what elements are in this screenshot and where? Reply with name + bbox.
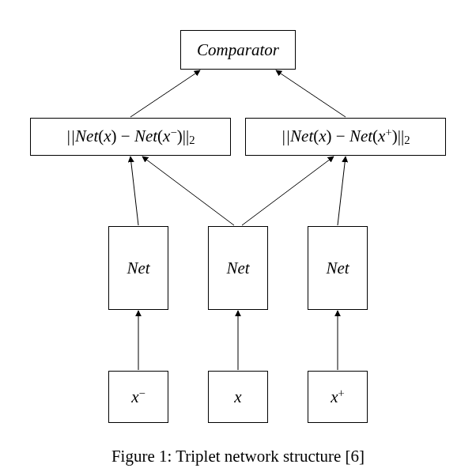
svg-line-4	[242, 157, 334, 225]
input-mid-box: x	[208, 371, 268, 423]
input-mid-label: x	[234, 387, 241, 407]
input-left-label: x−	[131, 387, 145, 407]
net-mid-label: Net	[226, 259, 249, 278]
distance-negative-box: ||Net(x) − Net(x−)||2	[30, 118, 231, 156]
comparator-box: Comparator	[180, 30, 296, 70]
svg-line-2	[130, 157, 138, 225]
net-mid-box: Net	[208, 226, 268, 310]
figure-caption: Figure 1: Triplet network structure [6]	[0, 447, 476, 466]
input-right-label: x+	[331, 387, 345, 407]
distance-positive-box: ||Net(x) − Net(x+)||2	[245, 118, 446, 156]
input-right-box: x+	[308, 371, 368, 423]
svg-line-5	[338, 157, 346, 225]
net-right-box: Net	[308, 226, 368, 310]
distance-negative-label: ||Net(x) − Net(x−)||2	[66, 126, 195, 147]
net-right-label: Net	[326, 259, 349, 278]
net-left-box: Net	[108, 226, 168, 310]
net-left-label: Net	[127, 259, 149, 278]
svg-line-3	[142, 157, 234, 225]
comparator-label: Comparator	[197, 40, 279, 60]
distance-positive-label: ||Net(x) − Net(x+)||2	[281, 126, 410, 147]
svg-line-1	[276, 70, 346, 117]
input-left-box: x−	[108, 371, 168, 423]
svg-line-0	[130, 70, 200, 117]
